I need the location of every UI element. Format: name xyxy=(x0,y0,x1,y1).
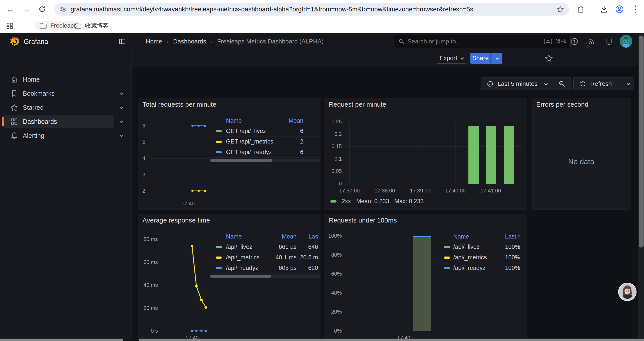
dashboard-content: Last 5 minutes Refresh Total requests pe… xyxy=(132,67,644,341)
back-icon[interactable]: ← xyxy=(4,3,17,15)
scrollbar-thumb[interactable] xyxy=(639,36,644,247)
grafana-header: Grafana Home › Dashboards › Freeleaps Me… xyxy=(0,33,644,50)
site-settings-icon[interactable] xyxy=(60,6,67,13)
series-color-pill xyxy=(216,151,222,153)
sidebar-item-starred[interactable]: Starred xyxy=(2,101,114,114)
download-icon[interactable] xyxy=(599,5,609,14)
legend-header-name[interactable]: Name xyxy=(453,233,505,240)
folder-icon xyxy=(40,22,47,29)
legend-row[interactable]: /api/_metrics 100% xyxy=(440,252,524,263)
chevron-down-icon[interactable] xyxy=(120,92,122,96)
bookmark-star-icon[interactable] xyxy=(556,6,564,13)
panel-total-requests[interactable]: Total requests per minute 6543217:40 Nam… xyxy=(138,98,320,210)
refresh-control[interactable]: Refresh xyxy=(574,77,634,90)
browser-menu-icon[interactable] xyxy=(630,5,640,14)
apps-grid-icon[interactable] xyxy=(5,21,14,31)
reload-icon[interactable] xyxy=(36,3,48,15)
series-name[interactable]: GET /api/_livez xyxy=(226,128,300,135)
legend-row[interactable]: /api/_readyz 100% xyxy=(440,263,524,273)
scrollbar-gap xyxy=(123,338,139,341)
page-vertical-scrollbar[interactable] xyxy=(638,33,644,341)
legend-row[interactable]: /api/_livez 100% xyxy=(440,242,524,252)
breadcrumb: Home › Dashboards › Freeleaps Metrics Da… xyxy=(146,33,324,50)
series-color-pill xyxy=(216,130,222,132)
floating-assistant-avatar[interactable] xyxy=(618,283,636,301)
series-name[interactable]: /api/_readyz xyxy=(226,265,268,271)
favorite-star-icon[interactable] xyxy=(544,53,554,63)
refresh-interval-button[interactable] xyxy=(622,83,634,85)
panel-title: Total requests per minute xyxy=(142,101,216,108)
clock-icon xyxy=(486,80,494,87)
series-color-pill xyxy=(444,256,450,259)
no-data-message: No data xyxy=(532,157,631,166)
legend-scrollbar-thumb[interactable] xyxy=(210,275,271,278)
series-name[interactable]: GET /api/_metrics xyxy=(226,138,300,145)
legend-header-mean[interactable]: Mean xyxy=(268,233,296,240)
extensions-icon[interactable] xyxy=(576,5,585,14)
search-input[interactable]: Search or jump to... ⌘+k xyxy=(394,35,570,48)
monitor-icon[interactable] xyxy=(604,37,614,46)
panel-errors-per-second[interactable]: Errors per second No data xyxy=(532,98,631,210)
forward-icon[interactable]: → xyxy=(20,3,32,15)
legend-row[interactable]: GET /api/_livez 6 xyxy=(210,126,321,137)
bookmark-folder-blogs[interactable]: 收藏博客 xyxy=(70,21,113,31)
time-range-picker[interactable]: Last 5 minutes xyxy=(481,77,572,90)
chart-request-per-minute: 0.250.20.150.10.05017:37:0017:38:0017:39… xyxy=(347,122,522,184)
series-color-pill xyxy=(330,200,336,203)
chevron-down-icon xyxy=(460,56,464,60)
series-last: 100% xyxy=(505,265,520,271)
breadcrumb-home[interactable]: Home xyxy=(146,38,162,45)
series-name[interactable]: /api/_livez xyxy=(453,244,505,250)
page-horizontal-scrollbar[interactable] xyxy=(0,338,644,341)
legend-header-name[interactable]: Name xyxy=(226,117,288,124)
series-name[interactable]: /api/_readyz xyxy=(453,265,505,271)
user-avatar[interactable] xyxy=(620,35,632,48)
legend-scrollbar[interactable] xyxy=(210,274,321,278)
refresh-label: Refresh xyxy=(590,80,622,87)
legend-scrollbar-thumb[interactable] xyxy=(210,159,272,162)
legend-row[interactable]: /api/_metrics 40.1 ms 20.5 m xyxy=(210,252,321,263)
legend-row[interactable]: GET /api/_readyz 6 xyxy=(210,147,321,158)
legend-scrollbar[interactable] xyxy=(210,159,321,162)
series-color-pill xyxy=(444,267,450,269)
news-rss-icon[interactable] xyxy=(586,37,596,46)
series-name[interactable]: GET /api/_readyz xyxy=(226,149,300,156)
url-text[interactable]: grafana.mathmast.com/d/deytv4rwavabkb/fr… xyxy=(70,6,552,13)
chart-total-requests: 6543217:40 xyxy=(150,126,210,191)
chevron-down-icon[interactable] xyxy=(120,134,122,138)
series-name[interactable]: /api/_metrics xyxy=(453,254,505,261)
address-bar[interactable]: grafana.mathmast.com/d/deytv4rwavabkb/fr… xyxy=(54,3,569,16)
series-name[interactable]: /api/_metrics xyxy=(226,254,268,261)
legend-header-name[interactable]: Name xyxy=(226,233,268,240)
zoom-out-button[interactable] xyxy=(553,80,571,87)
legend-header-last[interactable]: Last * xyxy=(505,233,520,240)
series-name[interactable]: /api/_livez xyxy=(226,244,268,250)
sidebar-item-bookmarks[interactable]: Bookmarks xyxy=(2,87,114,100)
page: ← → grafana.mathmast.com/d/deytv4rwavabk… xyxy=(0,0,644,341)
panel-request-per-minute[interactable]: Request per minute 0.250.20.150.10.05017… xyxy=(324,98,528,210)
share-menu-button[interactable] xyxy=(491,53,502,64)
help-icon[interactable]: ? xyxy=(570,37,579,46)
export-button[interactable]: Export xyxy=(437,53,466,64)
profile-icon[interactable] xyxy=(615,5,624,14)
series-mean: 6 xyxy=(300,128,303,135)
legend-row[interactable]: /api/_livez 661 µs 646 xyxy=(210,242,321,252)
legend-row[interactable]: GET /api/_metrics 2 xyxy=(210,137,321,147)
panel-requests-under-100ms[interactable]: Requests under 100ms 100%80%60%40%20%0%1… xyxy=(324,214,528,341)
legend-header-mean[interactable]: Mean xyxy=(288,117,303,124)
legend-row[interactable]: /api/_readyz 605 µs 620 xyxy=(210,263,321,273)
sidebar-item-alerting[interactable]: Alerting xyxy=(2,129,114,142)
share-button[interactable]: Share xyxy=(470,53,490,64)
grafana-logo-icon[interactable] xyxy=(10,36,20,46)
svg-text:?: ? xyxy=(573,39,576,44)
breadcrumb-dashboards[interactable]: Dashboards xyxy=(173,38,206,45)
chevron-down-icon[interactable] xyxy=(120,106,122,110)
sidebar-item-home[interactable]: Home xyxy=(2,73,114,86)
actions-divider xyxy=(560,54,560,63)
sidebar-toggle-icon[interactable] xyxy=(118,37,127,46)
legend-table: Name Last * /api/_livez 100% /api/_metri… xyxy=(440,231,524,273)
panel-title: Request per minute xyxy=(329,101,386,108)
sidebar-item-dashboards[interactable]: Dashboards xyxy=(2,115,114,128)
series-name[interactable]: 2xx xyxy=(342,198,351,205)
panel-avg-response-time[interactable]: Average response time 80 ms60 ms40 ms20 … xyxy=(138,214,320,341)
